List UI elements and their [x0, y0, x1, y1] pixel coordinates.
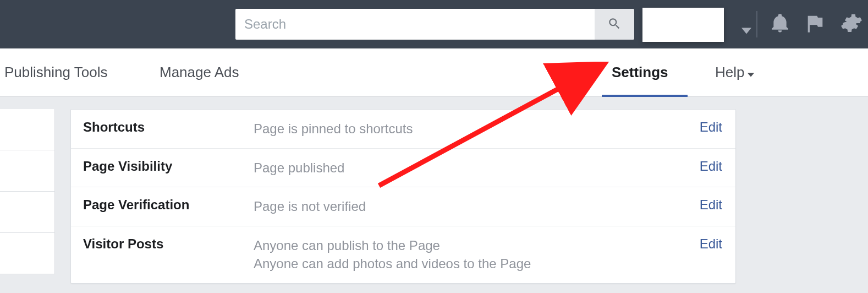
caret-down-icon: [748, 64, 754, 81]
settings-row-value: Page is not verified: [254, 197, 689, 216]
flag-icon[interactable]: [804, 12, 826, 36]
nav-help-label: Help: [715, 64, 744, 81]
nav-settings[interactable]: Settings: [612, 64, 668, 81]
search-button[interactable]: [595, 9, 634, 40]
settings-row: Page VisibilityPage publishedEdit: [71, 149, 735, 188]
settings-row-value: Page is pinned to shortcuts: [254, 120, 689, 138]
settings-row-value-line: Page is not verified: [254, 197, 689, 216]
settings-row-value-line: Anyone can publish to the Page: [254, 236, 689, 255]
settings-row-value: Anyone can publish to the PageAnyone can…: [254, 236, 689, 273]
top-header: [0, 0, 868, 48]
nav-help[interactable]: Help: [715, 64, 754, 81]
sidebar-item-stub[interactable]: [0, 150, 55, 192]
settings-row-label: Page Verification: [83, 197, 254, 213]
settings-row-label: Page Visibility: [83, 159, 254, 174]
edit-link[interactable]: Edit: [689, 197, 722, 213]
settings-row-label: Shortcuts: [83, 120, 254, 135]
settings-row: ShortcutsPage is pinned to shortcutsEdit: [71, 110, 735, 149]
settings-panel: ShortcutsPage is pinned to shortcutsEdit…: [70, 109, 736, 284]
settings-row-value-line: Page published: [254, 159, 689, 177]
sidebar-item-stub[interactable]: [0, 233, 55, 274]
nav-manage-ads[interactable]: Manage Ads: [160, 64, 239, 81]
bell-icon[interactable]: [769, 12, 791, 36]
edit-link[interactable]: Edit: [689, 120, 722, 135]
sidebar-stub: [0, 109, 55, 280]
settings-row-value-line: Page is pinned to shortcuts: [254, 120, 689, 138]
edit-link[interactable]: Edit: [689, 236, 722, 252]
divider: [756, 11, 757, 37]
body-area: ShortcutsPage is pinned to shortcutsEdit…: [0, 97, 868, 293]
search-icon: [607, 17, 622, 32]
profile-box[interactable]: [642, 8, 724, 42]
search-bar: [235, 9, 634, 40]
settings-row: Visitor PostsAnyone can publish to the P…: [71, 226, 735, 283]
settings-row: Page VerificationPage is not verifiedEdi…: [71, 187, 735, 226]
sidebar-item-stub[interactable]: [0, 192, 55, 233]
edit-link[interactable]: Edit: [689, 159, 722, 174]
page-nav: Publishing Tools Manage Ads Settings Hel…: [0, 48, 868, 97]
settings-row-label: Visitor Posts: [83, 236, 254, 252]
search-input[interactable]: [235, 9, 595, 40]
settings-row-value: Page published: [254, 159, 689, 177]
nav-publishing-tools[interactable]: Publishing Tools: [4, 64, 107, 81]
gear-icon[interactable]: [840, 12, 862, 36]
settings-row-value-line: Anyone can add photos and videos to the …: [254, 254, 689, 273]
caret-down-icon[interactable]: [741, 26, 751, 36]
sidebar-item-stub[interactable]: [0, 109, 55, 150]
